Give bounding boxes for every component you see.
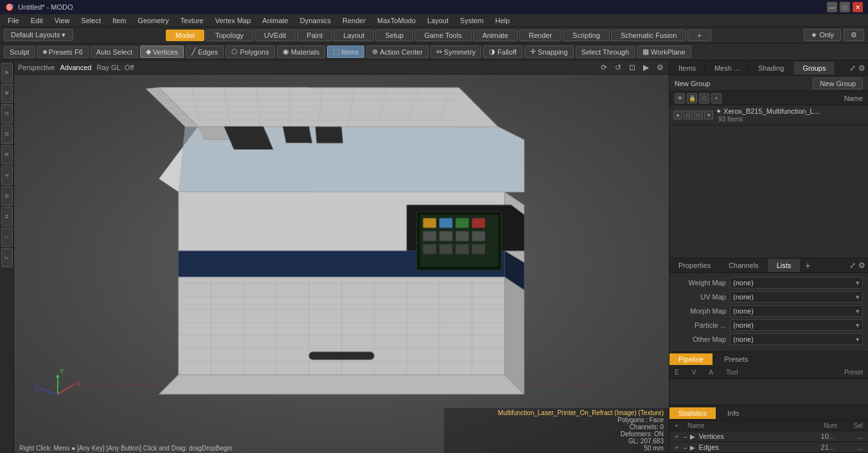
viewport-icon-1[interactable]: ⟳: [601, 63, 607, 72]
workplane-button[interactable]: ▦ WorkPlane: [637, 46, 691, 58]
menu-item[interactable]: Item: [107, 15, 131, 26]
sidebar-item-9[interactable]: I: [1, 227, 13, 247]
snapping-button[interactable]: ✛ Snapping: [524, 46, 574, 58]
bp-tab-properties[interactable]: Properties: [669, 259, 720, 272]
tab-add[interactable]: +: [687, 30, 711, 41]
bp-tab-lists[interactable]: Lists: [768, 259, 801, 272]
tab-shading[interactable]: Shading: [749, 62, 793, 75]
viewport[interactable]: Perspective Advanced Ray GL: Off ⟳ ↺ ⊡ ▶…: [14, 60, 669, 453]
menu-dynamics[interactable]: Dynamics: [295, 15, 336, 26]
tab-items[interactable]: Items: [669, 62, 705, 75]
sidebar-item-4[interactable]: D: [1, 125, 13, 144]
item-lock-toggle[interactable]: □: [694, 111, 703, 120]
menu-view[interactable]: View: [49, 15, 75, 26]
new-group-button[interactable]: New Group: [813, 78, 863, 89]
menu-system[interactable]: System: [455, 15, 489, 26]
viewport-canvas[interactable]: X Y Z Multifunction_Laser_Printer_On_Ref…: [14, 75, 669, 453]
pipeline-tab[interactable]: Pipeline: [669, 353, 713, 365]
sidebar-item-5[interactable]: E: [1, 145, 13, 164]
layout-dropdown[interactable]: Default Layouts ▾: [4, 29, 73, 41]
viewport-icon-2[interactable]: ↺: [615, 63, 621, 72]
tab-render[interactable]: Render: [519, 30, 562, 41]
tab-setup[interactable]: Setup: [375, 30, 413, 41]
menu-select[interactable]: Select: [76, 15, 106, 26]
ilh-box-icon[interactable]: □: [699, 93, 709, 103]
sidebar-item-3[interactable]: C: [1, 104, 13, 123]
gear-btn[interactable]: ⚙: [844, 29, 864, 41]
select-through-button[interactable]: Select Through: [576, 46, 635, 58]
presets-button[interactable]: Presets F6: [37, 46, 89, 58]
viewport-ray-gl[interactable]: Ray GL: Off: [96, 64, 134, 71]
uv-map-dropdown[interactable]: (none) ▾: [730, 291, 863, 303]
rp-settings-icon[interactable]: ⚙: [858, 64, 865, 73]
sidebar-item-1[interactable]: A: [1, 63, 13, 82]
viewport-icon-3[interactable]: ⊡: [629, 63, 635, 72]
action-center-button[interactable]: ⊕ Action Center: [366, 46, 429, 58]
menu-help[interactable]: Help: [490, 15, 515, 26]
edges-add[interactable]: +: [675, 443, 681, 451]
star-only-btn[interactable]: ★ Only: [804, 29, 841, 41]
edges-arrow[interactable]: ▶: [690, 444, 695, 451]
menu-render[interactable]: Render: [337, 15, 371, 26]
menu-texture[interactable]: Texture: [175, 15, 209, 26]
vertices-button[interactable]: ◆ Vertices: [140, 46, 184, 58]
sculpt-button[interactable]: Sculpt: [4, 46, 35, 58]
presets-tab[interactable]: Presets: [715, 353, 757, 365]
symmetry-button[interactable]: ⇔ Symmetry: [430, 46, 482, 58]
menu-file[interactable]: File: [3, 15, 24, 26]
info-tab[interactable]: Info: [718, 407, 748, 419]
vertices-add[interactable]: +: [675, 432, 681, 440]
sidebar-item-7[interactable]: G: [1, 186, 13, 206]
tab-game-tools[interactable]: Game Tools: [414, 30, 472, 41]
vertices-expand[interactable]: –: [684, 433, 687, 440]
item-row[interactable]: ● □ □ ✦ ✦ Xerox_B215_Multifunction_L... …: [669, 105, 868, 125]
menu-maxtomodo[interactable]: MaxToModo: [372, 15, 421, 26]
other-map-dropdown[interactable]: (none) ▾: [730, 333, 863, 345]
bp-expand-icon[interactable]: ⤢: [849, 261, 856, 270]
item-render-toggle[interactable]: □: [684, 111, 693, 120]
ilh-dot-icon[interactable]: •: [711, 93, 722, 103]
items-button[interactable]: ⬚ Items: [327, 46, 364, 58]
materials-button[interactable]: ◉ Materials: [277, 46, 326, 58]
tab-uvedit[interactable]: UVEdit: [254, 30, 296, 41]
close-button[interactable]: ✕: [853, 2, 863, 12]
weight-map-dropdown[interactable]: (none) ▾: [730, 277, 863, 289]
edges-button[interactable]: ╱ Edges: [186, 46, 224, 58]
sidebar-item-2[interactable]: B: [1, 84, 13, 103]
sidebar-item-10[interactable]: J: [1, 248, 13, 267]
statistics-tab[interactable]: Statistics: [669, 407, 716, 419]
ilh-eye-icon[interactable]: 👁: [675, 93, 685, 103]
maximize-button[interactable]: □: [840, 2, 850, 12]
item-visibility-toggle[interactable]: ●: [673, 111, 682, 120]
vertices-arrow[interactable]: ▶: [690, 433, 695, 440]
morph-map-dropdown[interactable]: (none) ▾: [730, 305, 863, 317]
minimize-button[interactable]: —: [827, 2, 837, 12]
viewport-icon-4[interactable]: ▶: [643, 63, 649, 72]
edges-expand[interactable]: –: [684, 444, 687, 451]
falloff-button[interactable]: ◑ Falloff: [483, 46, 522, 58]
tab-model[interactable]: Model: [166, 30, 204, 41]
particle-dropdown[interactable]: (none) ▾: [730, 319, 863, 331]
bp-settings-icon[interactable]: ⚙: [858, 261, 865, 270]
tab-scripting[interactable]: Scripting: [563, 30, 610, 41]
polygons-button[interactable]: ⬡ Polygons: [226, 46, 274, 58]
tab-layout[interactable]: Layout: [333, 30, 374, 41]
menu-animate[interactable]: Animate: [257, 15, 293, 26]
tab-groups[interactable]: Groups: [793, 62, 835, 75]
ilh-lock-icon[interactable]: 🔒: [687, 93, 697, 103]
sidebar-item-6[interactable]: F: [1, 166, 13, 185]
tab-paint[interactable]: Paint: [297, 30, 332, 41]
auto-select-button[interactable]: Auto Select: [91, 46, 138, 58]
sidebar-item-8[interactable]: H: [1, 207, 13, 226]
tab-schematic[interactable]: Schematic Fusion: [611, 30, 686, 41]
tab-animate[interactable]: Animate: [473, 30, 518, 41]
menu-geometry[interactable]: Geometry: [132, 15, 173, 26]
menu-edit[interactable]: Edit: [26, 15, 48, 26]
viewport-perspective[interactable]: Perspective: [18, 64, 55, 71]
bp-tab-add[interactable]: +: [800, 258, 815, 273]
viewport-settings[interactable]: ⚙: [657, 63, 664, 72]
tab-mesh[interactable]: Mesh ...: [705, 62, 749, 75]
menu-layout[interactable]: Layout: [422, 15, 454, 26]
bp-tab-channels[interactable]: Channels: [720, 259, 767, 272]
viewport-advanced[interactable]: Advanced: [60, 64, 91, 71]
